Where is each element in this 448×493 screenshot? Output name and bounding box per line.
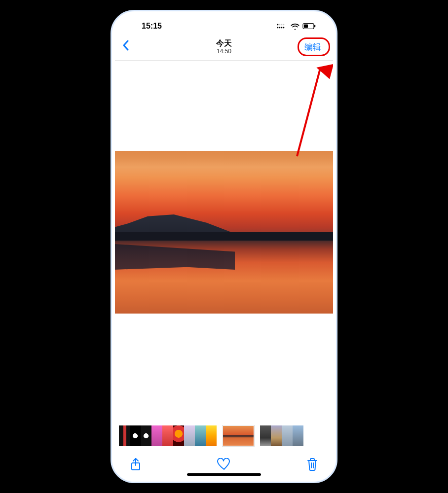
thumbnail[interactable] xyxy=(184,425,195,446)
thumbnail-strip[interactable] xyxy=(115,423,333,448)
main-photo xyxy=(115,151,333,314)
phone-frame: 15:15 xyxy=(111,10,337,483)
share-button[interactable] xyxy=(130,458,142,471)
svg-point-4 xyxy=(277,27,279,29)
svg-point-7 xyxy=(283,27,285,29)
thumbnail[interactable] xyxy=(130,425,141,446)
thumbnail[interactable] xyxy=(141,425,151,446)
thumbnail-current[interactable] xyxy=(223,425,254,446)
status-icons xyxy=(277,23,321,30)
back-button[interactable] xyxy=(122,39,142,55)
wifi-icon xyxy=(291,23,299,30)
thumbnail[interactable] xyxy=(271,425,282,446)
thumbnail[interactable] xyxy=(119,425,130,446)
home-indicator[interactable] xyxy=(187,473,261,476)
status-bar: 15:15 xyxy=(115,14,333,34)
edit-button[interactable]: 编辑 xyxy=(299,39,326,55)
nav-subtitle: 14:50 xyxy=(216,48,232,55)
svg-rect-10 xyxy=(314,25,315,28)
thumbnail[interactable] xyxy=(151,425,162,446)
svg-point-3 xyxy=(283,24,285,26)
thumbnail[interactable] xyxy=(206,425,217,446)
annotation-arrow xyxy=(275,58,333,166)
nav-bar: 今天 14:50 编辑 xyxy=(115,34,333,61)
screen: 15:15 xyxy=(115,14,333,479)
thumbnail[interactable] xyxy=(195,425,206,446)
delete-button[interactable] xyxy=(306,458,318,471)
svg-rect-9 xyxy=(304,25,308,28)
svg-point-5 xyxy=(279,27,281,29)
svg-point-1 xyxy=(279,24,281,26)
nav-title: 今天 xyxy=(216,39,232,48)
favorite-button[interactable] xyxy=(217,458,231,471)
dual-sim-signal-icon xyxy=(277,23,288,30)
thumbnail[interactable] xyxy=(162,425,173,446)
thumbnail[interactable] xyxy=(293,425,303,446)
svg-point-2 xyxy=(281,24,283,26)
nav-title-group: 今天 14:50 xyxy=(216,39,232,55)
thumbnail[interactable] xyxy=(282,425,293,446)
photo-viewer[interactable] xyxy=(115,61,333,423)
thumbnail[interactable] xyxy=(260,425,271,446)
status-time: 15:15 xyxy=(127,22,162,31)
thumbnail[interactable] xyxy=(173,425,184,446)
svg-point-0 xyxy=(277,24,279,26)
battery-icon xyxy=(302,23,316,30)
svg-point-6 xyxy=(281,27,283,29)
svg-line-11 xyxy=(297,69,320,156)
